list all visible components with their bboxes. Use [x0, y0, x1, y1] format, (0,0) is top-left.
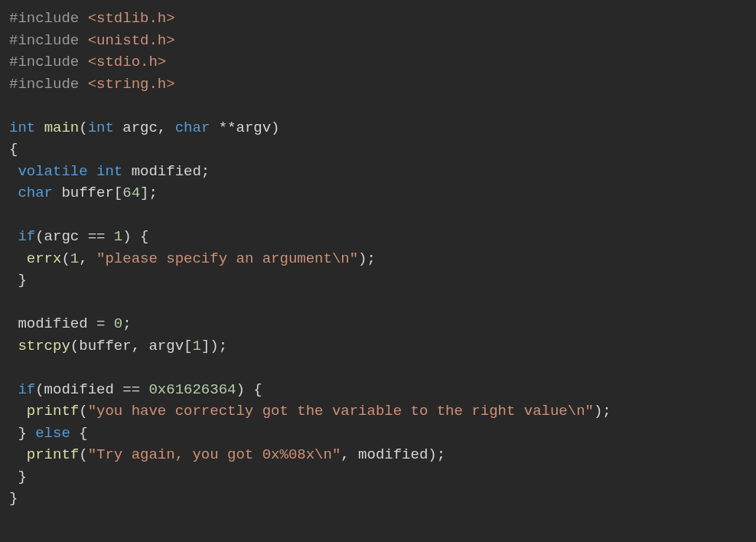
code-block: #include <stdlib.h> #include <unistd.h> … [0, 0, 756, 518]
code-line: #include <stdio.h> [9, 54, 166, 70]
code-line: int main(int argc, char **argv) [9, 119, 280, 136]
code-line: volatile int modified; [9, 163, 210, 180]
code-line: } [9, 469, 27, 485]
code-line: #include <string.h> [9, 76, 175, 93]
code-line: { [9, 141, 18, 158]
code-line: strcpy(buffer, argv[1]); [9, 338, 227, 354]
code-line: printf("Try again, you got 0x%08x\n", mo… [9, 446, 445, 463]
code-line: if(argc == 1) { [9, 228, 148, 245]
code-line: printf("you have correctly got the varia… [9, 403, 611, 420]
code-line: } [9, 490, 18, 507]
code-line: if(modified == 0x61626364) { [9, 381, 262, 398]
code-line: #include <unistd.h> [9, 32, 175, 49]
code-line: } [9, 272, 27, 289]
code-line: char buffer[64]; [9, 184, 158, 201]
code-line: } else { [9, 425, 88, 442]
code-line: errx(1, "please specify an argument\n"); [9, 250, 376, 267]
code-line: #include <stdlib.h> [9, 10, 175, 27]
code-line: modified = 0; [9, 315, 132, 332]
